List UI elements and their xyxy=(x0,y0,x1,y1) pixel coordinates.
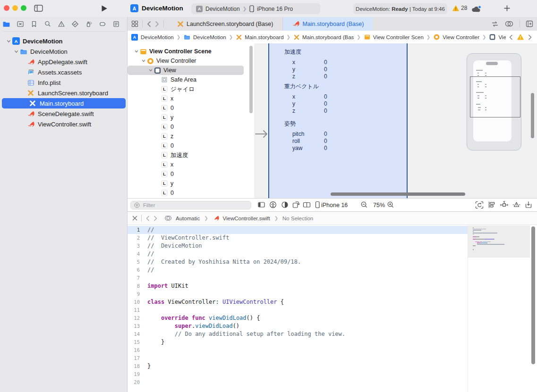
tab-overview-grid-icon[interactable] xyxy=(131,20,138,27)
breadcrumb-item[interactable]: View xyxy=(489,33,506,41)
traffic-zoom-button[interactable] xyxy=(21,5,26,11)
storyboard-value-label[interactable]: 0 xyxy=(324,100,327,107)
storyboard-value-label[interactable]: 0 xyxy=(324,59,327,66)
outline-row[interactable]: Ly xyxy=(128,179,254,188)
scheme-selector[interactable]: A DeviceMotion ❯ iPhone 16 Pro xyxy=(191,3,320,14)
outline-filter-field[interactable] xyxy=(130,201,251,209)
storyboard-key-label[interactable]: z xyxy=(292,73,295,80)
warning-count-badge[interactable]: 28 xyxy=(452,5,467,11)
line-number[interactable]: 8 xyxy=(128,282,144,290)
storyboard-key-label[interactable]: roll xyxy=(292,138,300,144)
outline-row[interactable]: Lz xyxy=(128,132,254,141)
counterparts-icon[interactable] xyxy=(504,20,514,27)
line-number[interactable]: 17 xyxy=(128,354,144,362)
related-items-icon[interactable] xyxy=(164,215,172,221)
resolve-layout-icon[interactable] xyxy=(512,201,520,209)
storyboard-key-label[interactable]: z xyxy=(292,108,295,114)
disclosure-triangle-icon[interactable] xyxy=(133,49,140,54)
line-number[interactable]: 2 xyxy=(128,234,144,242)
outline-row[interactable]: View Controller xyxy=(128,56,254,66)
jump-bar-scope[interactable]: Automatic xyxy=(176,216,200,221)
navigator-row-main-storyboard[interactable]: Main.storyboard xyxy=(2,98,126,108)
breadcrumb-item[interactable]: Main.storyboard xyxy=(236,34,283,41)
device-bezel-icon[interactable] xyxy=(314,201,321,209)
line-number[interactable]: 11 xyxy=(128,306,144,314)
outline-row[interactable]: L0 xyxy=(128,141,254,150)
storyboard-key-label[interactable]: x xyxy=(292,59,295,66)
line-number[interactable]: 9 xyxy=(128,290,144,298)
forward-button[interactable] xyxy=(153,216,158,221)
zoom-out-button[interactable] xyxy=(360,201,368,209)
breakpoint-navigator-icon[interactable] xyxy=(99,20,106,28)
editor-panel-toggle-icon[interactable] xyxy=(257,201,265,209)
device-orientation-icon[interactable] xyxy=(292,201,300,209)
navigator-row-scenedelegate-swift[interactable]: SceneDelegate.swift xyxy=(0,108,128,119)
line-number[interactable]: 14 xyxy=(128,330,144,338)
source-control-navigator-icon[interactable] xyxy=(17,20,24,28)
navigator-row-devicemotion[interactable]: DeviceMotion xyxy=(0,46,128,57)
add-tab-plus-button[interactable] xyxy=(503,5,511,12)
storyboard-section-title-label[interactable]: 加速度 xyxy=(284,49,301,55)
storyboard-value-label[interactable]: 0 xyxy=(324,93,327,100)
breadcrumb-item[interactable]: ADeviceMotion xyxy=(131,33,174,41)
line-number[interactable]: 13 xyxy=(128,322,144,330)
issue-warning-icon[interactable] xyxy=(517,34,524,40)
storyboard-value-label[interactable]: 0 xyxy=(324,138,327,144)
breadcrumb-item[interactable]: View Controller Scen xyxy=(364,33,424,41)
navigator-row-assets-xcassets[interactable]: Assets.xcassets xyxy=(0,67,128,77)
line-number[interactable]: 16 xyxy=(128,346,144,354)
line-number[interactable]: 15 xyxy=(128,338,144,346)
traffic-close-button[interactable] xyxy=(4,5,9,11)
outline-row[interactable]: Lx xyxy=(128,94,254,103)
disclosure-triangle-icon[interactable] xyxy=(140,58,147,63)
forward-button[interactable] xyxy=(155,21,160,27)
sidebar-toggle-icon[interactable] xyxy=(34,5,43,12)
storyboard-value-label[interactable]: 0 xyxy=(324,131,327,137)
issue-navigator-icon[interactable] xyxy=(58,20,65,28)
outline-row[interactable]: Lジャイロ xyxy=(128,84,254,94)
outline-row[interactable]: L0 xyxy=(128,188,254,198)
storyboard-section-title-label[interactable]: 姿勢 xyxy=(284,120,296,127)
line-number[interactable]: 18 xyxy=(128,362,144,370)
back-button[interactable] xyxy=(146,21,151,27)
line-number[interactable]: 6 xyxy=(128,266,144,274)
disclosure-triangle-icon[interactable] xyxy=(147,68,154,73)
split-view-icon[interactable] xyxy=(303,201,311,209)
add-constraints-icon[interactable] xyxy=(500,201,508,209)
close-editor-icon[interactable] xyxy=(132,216,137,221)
navigator-row-viewcontroller-swift[interactable]: ViewController.swift xyxy=(0,119,128,129)
run-button[interactable] xyxy=(101,5,108,12)
jump-bar-file[interactable]: ViewController.swift xyxy=(223,216,270,221)
storyboard-section-title-label[interactable]: 重力ベクトル xyxy=(284,83,319,90)
disclosure-triangle-icon[interactable] xyxy=(12,49,20,54)
editor-tab-inactive[interactable]: LaunchScreen.storyboard (Base) xyxy=(168,17,283,31)
storyboard-value-label[interactable]: 0 xyxy=(324,73,327,80)
device-name-label[interactable]: iPhone 16 xyxy=(321,202,348,209)
storyboard-value-label[interactable]: 0 xyxy=(324,145,327,151)
line-number[interactable]: 3 xyxy=(128,242,144,250)
outline-scrollbar[interactable] xyxy=(249,46,253,113)
bookmark-navigator-icon[interactable] xyxy=(30,20,38,28)
jump-bar-selection[interactable]: No Selection xyxy=(282,216,313,221)
outline-row[interactable]: L加速度 xyxy=(128,150,254,160)
editor-scrollbar[interactable] xyxy=(531,226,535,364)
navigator-row-appdelegate-swift[interactable]: AppDelegate.swift xyxy=(0,57,128,67)
color-contrast-icon[interactable] xyxy=(281,201,289,209)
editor-tab-active[interactable]: Main.storyboard (Base) xyxy=(283,17,373,31)
breadcrumb-item[interactable]: View Controller xyxy=(433,33,479,41)
storyboard-key-label[interactable]: y xyxy=(292,66,295,73)
storyboard-value-label[interactable]: 0 xyxy=(324,108,327,114)
source-editor[interactable]: 1//2// ViewController.swift3// DeviceMot… xyxy=(128,225,537,392)
line-number[interactable]: 7 xyxy=(128,274,144,282)
line-number[interactable]: 12 xyxy=(128,314,144,322)
outline-row[interactable]: View xyxy=(128,66,244,75)
line-number[interactable]: 10 xyxy=(128,298,144,306)
canvas-vertical-scrollbar[interactable] xyxy=(531,93,534,138)
traffic-minimize-button[interactable] xyxy=(12,5,18,11)
line-number[interactable]: 1 xyxy=(128,226,144,234)
outline-row[interactable]: View Controller Scene xyxy=(128,47,254,56)
line-number[interactable]: 19 xyxy=(128,370,144,378)
navigator-row-devicemotion[interactable]: ADeviceMotion xyxy=(0,36,128,46)
outline-row[interactable]: Lx xyxy=(128,160,254,169)
filter-input[interactable] xyxy=(142,202,247,209)
